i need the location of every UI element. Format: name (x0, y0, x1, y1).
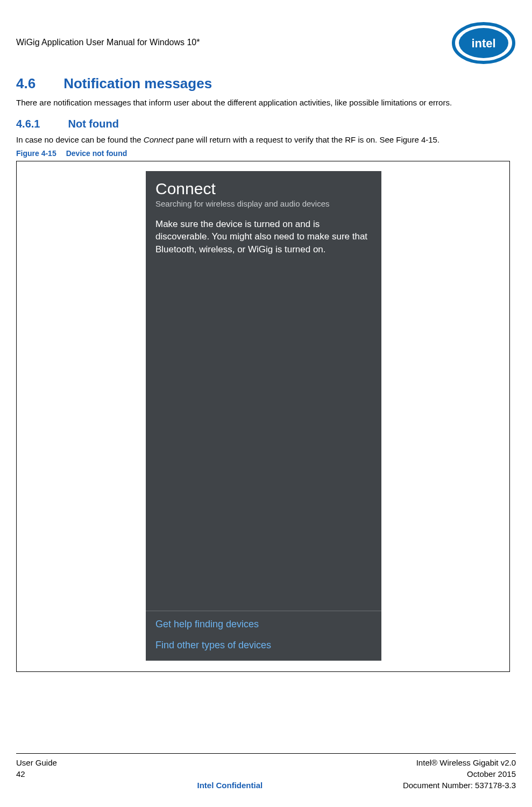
figure-frame: Connect Searching for wireless display a… (16, 161, 510, 672)
body-em-connect: Connect (144, 135, 174, 144)
get-help-finding-devices-link[interactable]: Get help finding devices (155, 619, 372, 630)
section-4-6-body: There are notification messages that inf… (16, 97, 516, 108)
connect-pane-message: Make sure the device is turned on and is… (155, 218, 372, 256)
section-4-6-1-body: In case no device can be found the Conne… (16, 134, 516, 145)
footer-page-number: 42 (16, 768, 57, 780)
section-title-notification-messages: Notification messages (63, 75, 212, 92)
footer-document-number: Document Number: 537178-3.3 (403, 780, 516, 791)
footer-date: October 2015 (403, 768, 516, 780)
figure-title: Device not found (66, 149, 127, 158)
page-footer: User Guide 42 Intel Confidential Intel® … (16, 753, 516, 791)
svg-text:intel: intel (471, 37, 495, 50)
footer-product-version: Intel® Wireless Gigabit v2.0 (403, 757, 516, 768)
intel-logo-icon: intel (451, 22, 516, 65)
footer-user-guide: User Guide (16, 757, 57, 768)
footer-confidential: Intel Confidential (57, 780, 403, 791)
body-post: pane will return with a request to verif… (174, 135, 439, 144)
footer-divider (16, 753, 516, 754)
body-pre: In case no device can be found the (16, 135, 144, 144)
section-number-4-6: 4.6 (16, 75, 36, 92)
section-number-4-6-1: 4.6.1 (16, 118, 40, 130)
connect-pane-divider (146, 611, 381, 611)
connect-pane-subtitle: Searching for wireless display and audio… (155, 199, 372, 208)
figure-id: Figure 4-15 (16, 149, 56, 158)
connect-pane: Connect Searching for wireless display a… (146, 171, 381, 661)
section-title-not-found: Not found (68, 118, 118, 130)
doc-title: WiGig Application User Manual for Window… (16, 22, 200, 47)
find-other-types-of-devices-link[interactable]: Find other types of devices (155, 640, 372, 651)
connect-pane-title: Connect (155, 180, 372, 198)
